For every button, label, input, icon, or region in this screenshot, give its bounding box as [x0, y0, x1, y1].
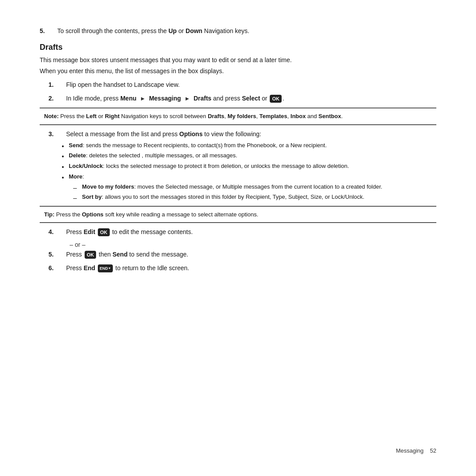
drafts-step5-text: Press OK then Send to send the message. [66, 250, 188, 259]
send-bold: Send [69, 142, 83, 149]
inbox-bold: Inbox [290, 113, 306, 119]
ok-button-step4: OK [98, 228, 110, 236]
drafts-step3-num: 3. [48, 130, 66, 138]
arrow2: ► [184, 94, 190, 103]
drafts-step5: 5. Press OK then Send to send the messag… [48, 250, 436, 259]
drafts-step4-num: 4. [48, 228, 66, 235]
bullet-delete: Delete: deletes the selected , multiple … [62, 152, 436, 160]
bullet-send: Send: sends the message to Recent recipi… [62, 141, 436, 150]
sub-move: Move to my folders: moves the Selected m… [73, 183, 436, 191]
drafts-step1: 1. Flip open the handset to Landscape vi… [48, 80, 436, 89]
options-bullet-list: Send: sends the message to Recent recipi… [62, 141, 436, 201]
tip-label: Tip: [44, 211, 55, 218]
sub-sort: Sort by: allows you to sort the messages… [73, 193, 436, 201]
tip-box: Tip: Press the Options soft key while re… [40, 206, 436, 223]
drafts-step4: 4. Press Edit OK to edit the message con… [48, 227, 436, 237]
more-sub-list: Move to my folders: moves the Selected m… [73, 183, 436, 201]
note-label: Note: [44, 113, 59, 119]
ok-button-step2: OK [270, 95, 282, 103]
drafts-step2-num: 2. [48, 95, 66, 102]
step5-num: 5. [40, 27, 57, 34]
drafts-step2-text: In Idle mode, press Menu ► Messaging ► D… [66, 94, 284, 103]
footer-page-num: 52 [430, 447, 436, 454]
footer-section: Messaging [396, 447, 424, 454]
options-bold: Options [179, 130, 203, 138]
end-button: END▼ [98, 264, 113, 272]
drafts-step3-text: Select a message from the list and press… [66, 130, 261, 139]
page: 5. To scroll through the contents, press… [0, 0, 476, 476]
page-footer: Messaging 52 [396, 447, 436, 454]
drafts-intro1: This message box stores unsent messages … [40, 56, 436, 65]
menu-bold: Menu [120, 95, 137, 102]
options-tip-bold: Options [82, 211, 104, 218]
right-bold: Right [105, 113, 119, 119]
send-step5-bold: Send [112, 251, 127, 258]
down-bold: Down [186, 27, 202, 34]
messaging-bold: Messaging [149, 95, 181, 102]
drafts-bold: Drafts [193, 95, 211, 102]
left-bold: Left [86, 113, 97, 119]
move-bold: Move to my folders [82, 183, 134, 190]
step5-intro: 5. To scroll through the contents, press… [40, 26, 436, 36]
drafts-step6-text: Press End END▼ to return to the Idle scr… [66, 264, 189, 273]
arrow1: ► [140, 94, 145, 103]
more-bold: More [69, 173, 82, 180]
lock-bold: Lock/Unlock [69, 163, 103, 169]
end-bold: End [84, 264, 95, 271]
drafts-heading: Drafts [40, 43, 436, 52]
drafts-step4-text: Press Edit OK to edit the message conten… [66, 227, 193, 237]
bullet-lock: Lock/Unlock: locks the selected message … [62, 162, 436, 171]
drafts-step1-num: 1. [48, 81, 66, 88]
edit-bold: Edit [84, 228, 95, 235]
sentbox-bold: Sentbox [319, 113, 341, 119]
sort-bold: Sort by [82, 193, 102, 200]
select-bold: Select [242, 95, 260, 102]
note-box: Note: Press the Left or Right Navigation… [40, 108, 436, 125]
ok-button-step5: OK [85, 251, 97, 259]
drafts-step1-text: Flip open the handset to Landscape view. [66, 80, 180, 89]
drafts-intro2: When you enter this menu, the list of me… [40, 67, 436, 76]
delete-bold: Delete [69, 152, 86, 159]
up-bold: Up [168, 27, 177, 34]
drafts-step6: 6. Press End END▼ to return to the Idle … [48, 264, 436, 273]
bullet-more: More: Move to my folders: moves the Sele… [62, 173, 436, 201]
drafts-step2: 2. In Idle mode, press Menu ► Messaging … [48, 94, 436, 103]
drafts-step6-num: 6. [48, 264, 66, 271]
templates-bold: Templates [259, 113, 287, 119]
step5-text: To scroll through the contents, press th… [57, 26, 249, 36]
drafts-step3: 3. Select a message from the list and pr… [48, 130, 436, 139]
myfolders-bold: My folders [227, 113, 256, 119]
drafts-step5-num: 5. [48, 251, 66, 258]
or-line: – or – [70, 241, 436, 248]
drafts-bold-note: Drafts [208, 113, 224, 119]
